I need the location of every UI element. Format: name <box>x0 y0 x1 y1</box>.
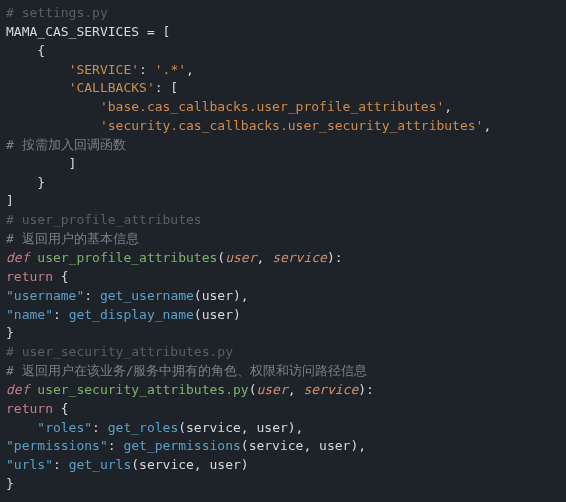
function-call: get_roles <box>108 420 178 435</box>
comment-line: # 返回用户在该业务/服务中拥有的角色、权限和访问路径信息 <box>6 363 367 378</box>
code-text: { <box>6 43 45 58</box>
dict-key: "urls" <box>6 457 53 472</box>
param: user <box>225 250 256 265</box>
function-call: get_username <box>100 288 194 303</box>
code-text: , <box>444 99 452 114</box>
keyword-return: return <box>6 269 53 284</box>
code-text: : <box>53 307 69 322</box>
string-literal: '.*' <box>155 62 186 77</box>
code-text: } <box>6 325 14 340</box>
string-literal: 'base.cas_callbacks.user_profile_attribu… <box>100 99 444 114</box>
code-text: ): <box>358 382 374 397</box>
code-text <box>6 80 69 95</box>
param: user <box>256 382 287 397</box>
comment-line: # 返回用户的基本信息 <box>6 231 139 246</box>
code-text: ): <box>327 250 343 265</box>
comment-line: # user_profile_attributes <box>6 212 202 227</box>
function-name: user_security_attributes.py <box>29 382 248 397</box>
code-text: (service, user) <box>131 457 248 472</box>
code-text: : <box>53 457 69 472</box>
code-text <box>6 62 69 77</box>
comment-line: # settings.py <box>6 5 108 20</box>
code-text: (user) <box>194 307 241 322</box>
comment-line: # user_security_attributes.py <box>6 344 233 359</box>
code-text: , <box>186 62 194 77</box>
dict-key: "permissions" <box>6 438 108 453</box>
code-text: { <box>53 401 69 416</box>
keyword-def: def <box>6 250 29 265</box>
code-text: (service, user), <box>178 420 303 435</box>
code-text: ] <box>6 156 76 171</box>
code-text: (user), <box>194 288 249 303</box>
code-text: MAMA_CAS_SERVICES <box>6 24 139 39</box>
comment-line: # 按需加入回调函数 <box>6 137 126 152</box>
dict-key: "name" <box>6 307 53 322</box>
code-text: ] <box>6 193 14 208</box>
keyword-return: return <box>6 401 53 416</box>
function-call: get_urls <box>69 457 132 472</box>
code-text: , <box>288 382 304 397</box>
code-text: : <box>92 420 108 435</box>
code-text: } <box>6 175 45 190</box>
code-text: } <box>6 476 14 491</box>
function-call: get_permissions <box>123 438 240 453</box>
code-text <box>6 118 100 133</box>
code-text: { <box>53 269 69 284</box>
string-literal: 'CALLBACKS' <box>69 80 155 95</box>
string-literal: 'security.cas_callbacks.user_security_at… <box>100 118 484 133</box>
code-text: , <box>483 118 491 133</box>
code-text <box>6 420 37 435</box>
code-text: : <box>139 62 155 77</box>
param: service <box>272 250 327 265</box>
code-block: # settings.py MAMA_CAS_SERVICES = [ { 'S… <box>0 0 566 498</box>
code-text: : <box>108 438 124 453</box>
keyword-def: def <box>6 382 29 397</box>
code-text: : <box>84 288 100 303</box>
string-literal: 'SERVICE' <box>69 62 139 77</box>
code-text: = [ <box>139 24 170 39</box>
code-text: ( <box>217 250 225 265</box>
code-text: , <box>256 250 272 265</box>
dict-key: "username" <box>6 288 84 303</box>
function-call: get_display_name <box>69 307 194 322</box>
code-text: (service, user), <box>241 438 366 453</box>
dict-key: "roles" <box>37 420 92 435</box>
param: service <box>303 382 358 397</box>
function-name: user_profile_attributes <box>29 250 217 265</box>
code-text: : [ <box>155 80 178 95</box>
code-text <box>6 99 100 114</box>
